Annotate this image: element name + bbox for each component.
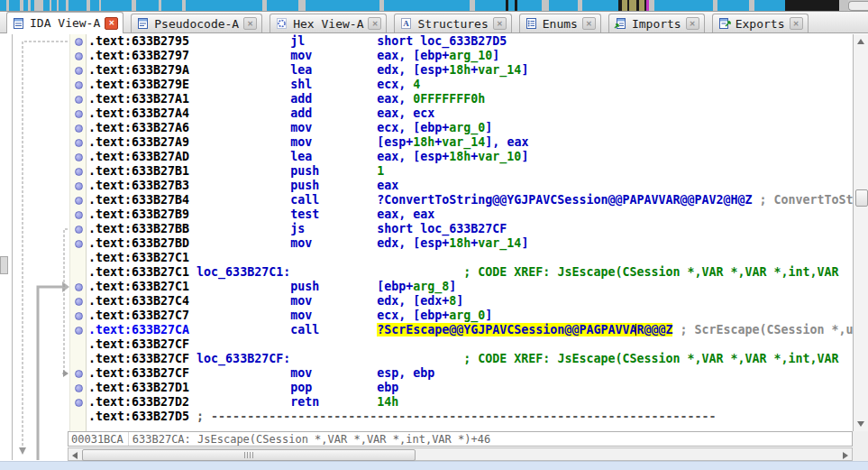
disasm-text: .text:633B27B9 (88, 207, 290, 221)
tab-label: Pseudocode-A (154, 17, 239, 31)
disasm-row[interactable]: .text:633B27D1 pop ebp (88, 381, 853, 395)
disasm-row[interactable]: .text:633B27C1 loc_633B27C1: ; CODE XREF… (88, 265, 853, 280)
tab-structures[interactable]: AStructures✕ (394, 14, 511, 32)
disasm-row[interactable]: .text:633B27BB js short loc_633B27CF (88, 222, 853, 236)
scroll-up-arrow-icon[interactable] (857, 39, 864, 44)
vertical-scroll-thumb[interactable] (855, 189, 868, 207)
disasm-row[interactable]: .text:633B2797 mov eax, [ebp+arg_10] (88, 49, 853, 63)
disasm-row[interactable]: .text:633B27C1 push [ebp+arg_8] (88, 280, 853, 294)
disasm-row[interactable]: .text:633B27A1 add eax, 0FFFFFFF0h (88, 92, 853, 106)
disasm-row[interactable]: .text:633B27B9 test eax, eax (88, 207, 853, 222)
disasm-row[interactable]: .text:633B27C1 (88, 251, 853, 265)
scroll-down-arrow-icon[interactable] (857, 421, 864, 427)
scroll-right-arrow-icon[interactable] (843, 452, 848, 459)
disasm-row[interactable]: .text:633B27A9 mov [esp+18h+var_14], eax (88, 135, 853, 150)
disasm-text: retn (290, 395, 377, 409)
tab-enums[interactable]: Enums✕ (519, 14, 601, 32)
disasm-text: shl (290, 78, 377, 91)
disasm-text: ; ScrEscape(CSession *,ush (672, 323, 853, 336)
disasm-row[interactable]: .text:633B27CF mov esp, ebp (88, 366, 853, 381)
navband-segment (161, 0, 182, 11)
tab-close-icon[interactable]: ✕ (493, 17, 507, 30)
disasm-row[interactable]: .text:633B27A4 add eax, ecx (88, 106, 853, 121)
pseudocode-icon (136, 17, 150, 30)
disasm-text: call (290, 193, 377, 207)
status-bar: 00031BCA 633B27CA: JsEscape(CSession *,V… (68, 431, 853, 447)
navband-scale-control[interactable] (848, 1, 868, 11)
disasm-text: edx, [esp+ (377, 63, 449, 77)
disasm-row[interactable]: .text:633B27AD lea eax, [esp+18h+var_10] (88, 150, 853, 164)
address-dot (75, 110, 83, 118)
disasm-row[interactable]: .text:633B27B3 push eax (88, 179, 853, 193)
disasm-text: .text:633B27D1 (88, 381, 290, 394)
disasm-text: push (290, 179, 377, 192)
navband-segment (136, 0, 159, 11)
disasm-text: arg_0 (449, 121, 485, 134)
address-dot (75, 38, 83, 46)
disasm-text: .text:633B27BB (88, 222, 290, 235)
disasm-text: eax, ecx (377, 106, 434, 120)
address-dot (75, 283, 83, 291)
address-dot (75, 168, 83, 176)
tab-bar: IDA View-A✕Pseudocode-A✕Hex View-A✕AStru… (0, 12, 868, 33)
disasm-row[interactable]: .text:633B27B4 call ?ConvertToString@@YG… (88, 193, 853, 207)
disasm-text: .text:633B2797 (88, 49, 290, 62)
tab-pseudocode-a[interactable]: Pseudocode-A✕ (131, 14, 262, 32)
disasm-text: mov (290, 309, 377, 322)
tab-close-icon[interactable]: ✕ (686, 17, 699, 30)
window-bottom-strip (0, 461, 868, 470)
disasm-text: .text:633B27B3 (88, 179, 290, 192)
tab-ida-view-a[interactable]: IDA View-A✕ (6, 12, 123, 33)
tab-close-icon[interactable]: ✕ (243, 17, 257, 30)
disasm-row[interactable]: .text:633B27A6 mov ecx, [ebp+arg_0] (88, 121, 853, 135)
disasm-row[interactable]: .text:633B27CA call ?ScrEscape@@YGJPAVCS… (88, 323, 853, 337)
disasm-row[interactable]: .text:633B27C4 mov edx, [edx+8] (88, 294, 853, 309)
address-dot (75, 211, 83, 219)
navband-segment (9, 0, 20, 11)
navband-segment (754, 0, 785, 11)
disasm-text: .text:633B2795 (88, 34, 290, 48)
horizontal-scroll-thumb[interactable] (82, 449, 416, 461)
navband-segment (43, 0, 50, 11)
horizontal-scrollbar[interactable] (68, 447, 853, 461)
tab-close-icon[interactable]: ✕ (368, 17, 381, 30)
disasm-text: 4 (413, 78, 420, 91)
disasm-row[interactable]: .text:633B27BD mov edx, [esp+18h+var_14] (88, 236, 853, 251)
tab-imports[interactable]: Imports✕ (608, 14, 705, 32)
disassembly-listing[interactable]: .text:633B2795 jl short loc_633B27D5.tex… (88, 34, 853, 431)
jump-arrow-js (62, 229, 69, 377)
disasm-text: eax, eax (377, 207, 434, 221)
disasm-row[interactable]: .text:633B279E shl ecx, 4 (88, 78, 853, 92)
disasm-text: loc_633B27CF: (196, 352, 290, 365)
address-dot (75, 124, 83, 133)
disasm-row[interactable]: .text:633B279A lea edx, [esp+18h+var_14] (88, 63, 853, 78)
disasm-row[interactable]: .text:633B27CF (88, 337, 853, 352)
disasm-row[interactable]: .text:633B27CF loc_633B27CF: ; CODE XREF… (88, 352, 853, 366)
tab-hex-view-a[interactable]: Hex View-A✕ (270, 14, 387, 32)
disasm-text: var_10 (478, 150, 521, 163)
disasm-text: ] (485, 121, 492, 134)
imports-icon (614, 17, 627, 30)
tab-label: Hex View-A (293, 17, 363, 31)
navband-segment (186, 0, 262, 11)
disasm-row[interactable]: .text:633B27D2 retn 14h (88, 395, 853, 410)
disasm-text: edx, [edx+ (377, 294, 449, 308)
tab-close-icon[interactable]: ✕ (105, 17, 118, 30)
address-dot-strip (69, 34, 87, 431)
tab-exports[interactable]: Exports✕ (712, 14, 809, 32)
vertical-scrollbar[interactable] (853, 34, 868, 431)
disasm-row[interactable]: .text:633B27B1 push 1 (88, 164, 853, 179)
jump-arrow-to-loc-633B27C1 (38, 281, 69, 460)
tab-close-icon[interactable]: ✕ (582, 17, 596, 30)
disasm-row[interactable]: .text:633B27D5 ; -----------------------… (88, 410, 853, 424)
scroll-left-arrow-icon[interactable] (72, 452, 78, 459)
disasm-text: eax, [esp+ (377, 150, 449, 163)
disasm-text: .text:633B27D5 (88, 410, 196, 423)
disasm-row[interactable]: .text:633B2795 jl short loc_633B27D5 (88, 34, 853, 49)
disasm-row[interactable]: .text:633B27C7 mov ecx, [ebp+arg_0] (88, 309, 853, 323)
splitter-handle[interactable] (0, 256, 8, 274)
disasm-text: 18h (413, 135, 434, 149)
tab-close-icon[interactable]: ✕ (790, 17, 803, 30)
disasm-text: .text:633B27CF (88, 337, 189, 351)
navigation-band[interactable] (0, 0, 868, 12)
